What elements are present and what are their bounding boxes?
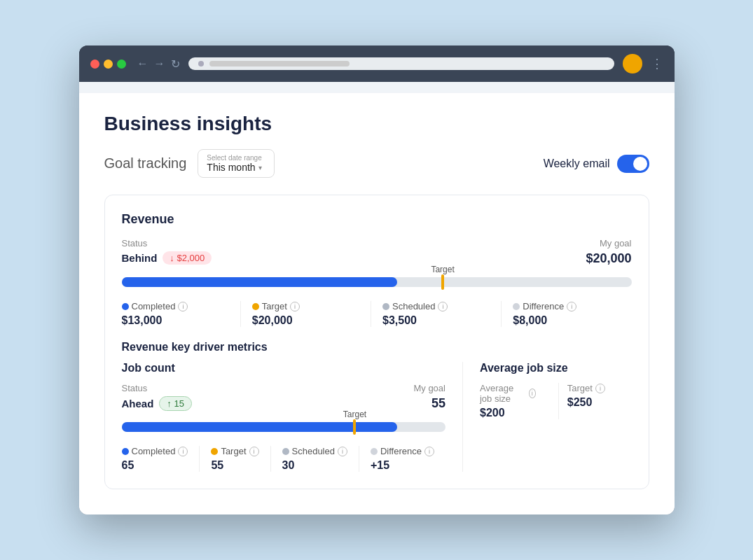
weekly-email-toggle: Weekly email bbox=[544, 155, 649, 173]
user-avatar[interactable] bbox=[623, 54, 642, 74]
browser-controls: ← → ↻ bbox=[137, 57, 180, 71]
jc-scheduled-info-icon[interactable]: i bbox=[338, 447, 347, 456]
avg-target-value: $250 bbox=[567, 396, 623, 409]
completed-label: Completed bbox=[132, 301, 176, 312]
jc-target-dot bbox=[211, 448, 218, 455]
goal-tracking-title: Goal tracking bbox=[104, 155, 187, 172]
jc-completed-value: 65 bbox=[122, 459, 188, 472]
jc-metric-difference-label-row: Difference i bbox=[371, 446, 434, 456]
jc-completed-info-icon[interactable]: i bbox=[178, 447, 188, 456]
browser-titlebar: ← → ↻ ⋮ bbox=[79, 46, 675, 82]
revenue-metric-scheduled-label-row: Scheduled i bbox=[382, 301, 490, 312]
avg-target-label: Target i bbox=[567, 383, 623, 393]
jc-target-label: Target bbox=[221, 446, 246, 456]
avg-target-metric: Target i $250 bbox=[558, 383, 632, 419]
revenue-status-label: Status bbox=[122, 238, 212, 248]
back-icon[interactable]: ← bbox=[137, 57, 148, 70]
forward-icon[interactable]: → bbox=[154, 57, 165, 70]
browser-menu-icon[interactable]: ⋮ bbox=[651, 56, 663, 71]
jc-metric-completed-label-row: Completed i bbox=[122, 446, 188, 456]
revenue-metric-completed: Completed i $13,000 bbox=[122, 301, 240, 327]
target-dot bbox=[252, 303, 259, 310]
weekly-email-toggle-switch[interactable] bbox=[617, 155, 649, 173]
jc-scheduled-label: Scheduled bbox=[292, 446, 335, 456]
revenue-metrics-row: Completed i $13,000 Target i $20,000 bbox=[122, 301, 632, 327]
job-count-progress-track bbox=[122, 422, 445, 432]
revenue-metric-scheduled: Scheduled i $3,500 bbox=[371, 301, 501, 327]
scheduled-info-icon[interactable]: i bbox=[438, 302, 448, 312]
security-dot bbox=[198, 61, 204, 66]
jc-completed-label: Completed bbox=[132, 446, 176, 456]
close-button[interactable] bbox=[90, 59, 99, 69]
maximize-button[interactable] bbox=[117, 59, 126, 69]
difference-info-icon[interactable]: i bbox=[567, 302, 576, 312]
job-count-metric-scheduled: Scheduled i 30 bbox=[270, 446, 359, 472]
traffic-lights bbox=[90, 59, 126, 69]
revenue-status-row: Status Behind ↓ $2,000 My goal $20,000 bbox=[122, 238, 632, 266]
revenue-difference-value: $8,000 bbox=[513, 314, 620, 327]
revenue-metric-target: Target i $20,000 bbox=[240, 301, 371, 327]
jc-metric-target-label-row: Target i bbox=[211, 446, 258, 456]
revenue-metric-difference: Difference i $8,000 bbox=[501, 301, 631, 327]
difference-label: Difference bbox=[523, 301, 564, 312]
address-bar-fill bbox=[209, 61, 350, 66]
job-count-status-left: Status Ahead ↑ 15 bbox=[122, 383, 192, 411]
job-count-status-value: Ahead ↑ 15 bbox=[122, 396, 192, 411]
page-title: Business insights bbox=[104, 113, 649, 135]
revenue-status-left: Status Behind ↓ $2,000 bbox=[122, 238, 212, 265]
revenue-progress-container: Target bbox=[122, 277, 632, 287]
avg-job-size-info-icon[interactable]: i bbox=[529, 388, 536, 398]
revenue-behind-badge: ↓ $2,000 bbox=[163, 251, 212, 265]
job-count-target-marker bbox=[353, 419, 356, 435]
scheduled-dot bbox=[382, 303, 389, 310]
revenue-metric-completed-label-row: Completed i bbox=[122, 301, 229, 312]
jc-scheduled-dot bbox=[282, 448, 289, 455]
revenue-goal-label: My goal bbox=[586, 238, 631, 248]
minimize-button[interactable] bbox=[104, 59, 113, 69]
job-count-goal-label: My goal bbox=[413, 383, 445, 393]
avg-job-size-value: $200 bbox=[480, 407, 536, 419]
jc-difference-value: +15 bbox=[371, 459, 434, 472]
target-label: Target bbox=[262, 301, 287, 312]
jc-target-info-icon[interactable]: i bbox=[249, 447, 259, 456]
key-drivers-grid: Job count Status Ahead ↑ 15 My goal bbox=[122, 362, 632, 472]
revenue-card-title: Revenue bbox=[122, 212, 632, 227]
goal-tracking-left: Goal tracking Select date range This mon… bbox=[104, 149, 275, 178]
revenue-completed-value: $13,000 bbox=[122, 314, 229, 327]
browser-bg: Business insights Goal tracking Select d… bbox=[79, 82, 675, 514]
browser-window: ← → ↻ ⋮ Business insights Goal tracking … bbox=[79, 46, 675, 514]
key-drivers-section-title: Revenue key driver metrics bbox=[122, 341, 632, 354]
jc-difference-info-icon[interactable]: i bbox=[424, 447, 434, 456]
date-range-value: This month ▾ bbox=[207, 162, 265, 173]
date-range-picker[interactable]: Select date range This month ▾ bbox=[198, 149, 275, 178]
job-count-section: Job count Status Ahead ↑ 15 My goal bbox=[122, 362, 463, 472]
revenue-metric-difference-label-row: Difference i bbox=[513, 301, 620, 312]
job-count-target-label: Target bbox=[343, 410, 366, 419]
jc-difference-label: Difference bbox=[380, 446, 422, 456]
avg-job-size-section: Average job size Average job size i $200 bbox=[463, 362, 632, 472]
completed-info-icon[interactable]: i bbox=[178, 302, 188, 312]
job-count-metric-target: Target i 55 bbox=[199, 446, 270, 472]
jc-completed-dot bbox=[122, 448, 129, 455]
avg-job-size-title: Average job size bbox=[480, 362, 632, 374]
difference-dot bbox=[513, 303, 520, 310]
reload-icon[interactable]: ↻ bbox=[171, 57, 180, 71]
jc-target-value: 55 bbox=[211, 459, 258, 472]
revenue-target-label: Target bbox=[431, 265, 454, 274]
job-count-metric-difference: Difference i +15 bbox=[359, 446, 445, 472]
address-bar[interactable] bbox=[188, 57, 614, 70]
revenue-scheduled-value: $3,500 bbox=[382, 314, 490, 327]
revenue-goal-value: $20,000 bbox=[586, 251, 631, 266]
chevron-down-icon: ▾ bbox=[258, 164, 262, 172]
revenue-progress-fill bbox=[122, 277, 397, 287]
job-count-status-label: Status bbox=[122, 383, 192, 393]
job-count-status-row: Status Ahead ↑ 15 My goal 55 bbox=[122, 383, 445, 411]
revenue-goal: My goal $20,000 bbox=[586, 238, 631, 266]
avg-target-info-icon[interactable]: i bbox=[595, 384, 605, 393]
page-content: Business insights Goal tracking Select d… bbox=[79, 93, 675, 514]
job-count-metrics-row: Completed i 65 Target i bbox=[122, 446, 445, 472]
jc-metric-scheduled-label-row: Scheduled i bbox=[282, 446, 347, 456]
target-info-icon[interactable]: i bbox=[290, 302, 300, 312]
revenue-card: Revenue Status Behind ↓ $2,000 My goal $… bbox=[104, 195, 649, 489]
avg-job-size-metric: Average job size i $200 bbox=[480, 383, 544, 419]
